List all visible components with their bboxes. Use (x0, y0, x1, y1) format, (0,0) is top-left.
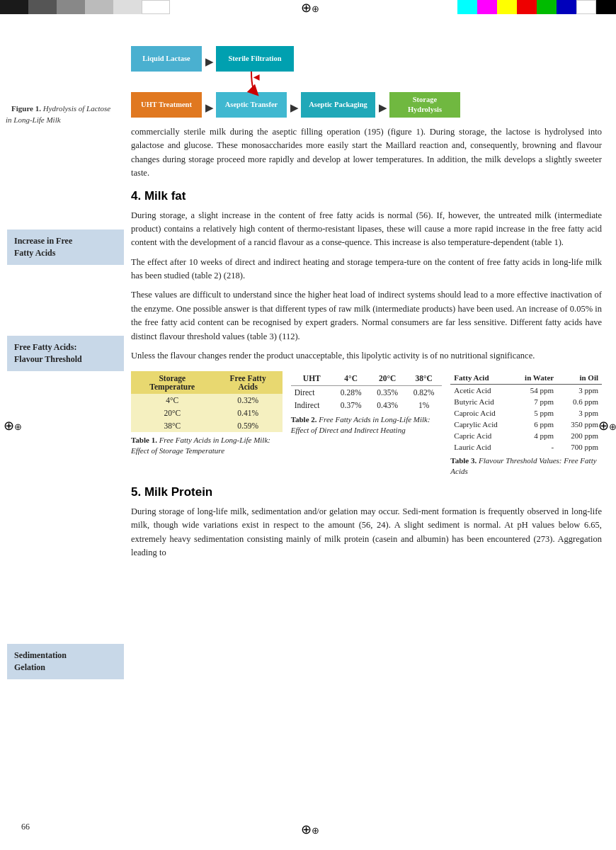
table1-block: StorageTemperature Free FattyAcids 4°C 0… (131, 371, 283, 456)
t3-capric-name: Capric Acid (450, 430, 513, 441)
table-row: Capric Acid 4 ppm 200 ppm (450, 430, 602, 441)
section4-para3: These values are difficult to understand… (131, 288, 602, 344)
free-fatty-acids-highlight: Increase in FreeFatty Acids (7, 230, 124, 265)
table1-row2-temp: 20°C (131, 407, 214, 419)
section4-para4: Unless the flavour changes render the pr… (131, 349, 602, 363)
section5-paragraph: During storage of long-life milk, sedime… (131, 505, 602, 560)
table2-block: UHT 4°C 20°C 38°C Direct 0.28% 0.35% 0.8… (291, 371, 443, 436)
sidebar-sedimentation-section: SedimentationGelation (0, 641, 124, 682)
table-row: 20°C 0.41% (131, 407, 283, 419)
t3-acetic-name: Acetic Acid (450, 385, 513, 397)
table-row: Indirect 0.37% 0.43% 1% (291, 399, 443, 412)
box-uht-treatment: UHT Treatment (131, 92, 202, 118)
table2-row2-4c: 0.37% (333, 399, 369, 412)
flavour-threshold-label: Free Fatty Acids:Flavour Threshold (14, 342, 82, 364)
box-storage-hydrolysis: Storage Hydrolysis (389, 92, 460, 118)
table1-caption: Table 1. Free Fatty Acids in Long-Life M… (131, 435, 283, 456)
table2-row2-38c: 1% (406, 399, 442, 412)
intro-paragraph: commercially sterile milk during the ase… (131, 125, 602, 181)
t3-caprylic-oil: 350 ppm (559, 419, 602, 430)
table2-header-4c: 4°C (333, 371, 369, 386)
table2-header-38c: 38°C (406, 371, 442, 386)
table3-block: Fatty Acid in Water in Oil Acetic Acid 5… (450, 371, 602, 477)
t3-lauric-oil: 700 ppm (559, 441, 602, 453)
crosshair-bottom: ⊕ (301, 822, 315, 836)
table-row: Lauric Acid - 700 ppm (450, 441, 602, 453)
table1-header-temp: StorageTemperature (131, 371, 214, 394)
table2-row1-4c: 0.28% (333, 386, 369, 400)
figure1-caption-bold: Figure 1. (11, 104, 41, 113)
sidebar-free-fatty-section: Increase in FreeFatty Acids (0, 227, 124, 268)
sedimentation-highlight: SedimentationGelation (7, 644, 124, 679)
free-fatty-acids-label: Increase in FreeFatty Acids (14, 236, 72, 258)
sidebar-flavour-section: Free Fatty Acids:Flavour Threshold (0, 333, 124, 374)
table3: Fatty Acid in Water in Oil Acetic Acid 5… (450, 371, 602, 453)
t3-caprylic-name: Caprylic Acid (450, 419, 513, 430)
table-row: Butyric Acid 7 ppm 0.6 ppm (450, 396, 602, 407)
table2-caption-bold: Table 2. (291, 415, 317, 424)
t3-butyric-oil: 0.6 ppm (559, 396, 602, 407)
main-content: Liquid Lactase ▶ Sterile Filtration ▼ UH… (124, 18, 616, 836)
section4-para1: During storage, a slight increase in the… (131, 209, 602, 250)
page-number: 66 (21, 822, 30, 832)
arrow-right-2: ▶ (290, 101, 299, 114)
table1-row1-temp: 4°C (131, 394, 214, 407)
t3-lauric-water: - (513, 441, 559, 453)
table3-caption-bold: Table 3. (450, 456, 477, 465)
t3-butyric-name: Butyric Acid (450, 396, 513, 407)
flavour-threshold-highlight: Free Fatty Acids:Flavour Threshold (7, 336, 124, 371)
table-row: Acetic Acid 54 ppm 3 ppm (450, 385, 602, 397)
figure1-margin-note: Figure 1. Hydrolysis of Lactose in Long-… (0, 103, 124, 126)
table2-row1-20c: 0.35% (369, 386, 405, 400)
crosshair-top: ⊕ (301, 0, 315, 14)
table2-row2-20c: 0.43% (369, 399, 405, 412)
t3-capric-oil: 200 ppm (559, 430, 602, 441)
table-row: 38°C 0.59% (131, 419, 283, 432)
section5-title: 5. Milk Protein (131, 485, 602, 499)
table1-row3-val: 0.59% (214, 419, 283, 432)
table2-header-20c: 20°C (369, 371, 405, 386)
table3-caption: Table 3. Flavour Threshold Values: Free … (450, 455, 602, 477)
t3-acetic-oil: 3 ppm (559, 385, 602, 397)
table1-header-ffa: Free FattyAcids (214, 371, 283, 394)
table2-header-uht: UHT (291, 371, 333, 386)
table1-row1-val: 0.32% (214, 394, 283, 407)
box-liquid-lactase: Liquid Lactase (131, 46, 202, 72)
t3-caproic-oil: 3 ppm (559, 407, 602, 419)
section4-title: 4. Milk fat (131, 189, 602, 203)
table2-row1-method: Direct (291, 386, 333, 400)
table-row: 4°C 0.32% (131, 394, 283, 407)
table3-header-acid: Fatty Acid (450, 371, 513, 385)
arrow-right-3: ▶ (379, 101, 387, 114)
table2-caption: Table 2. Free Fatty Acids in Long-Life M… (291, 414, 443, 436)
table3-header-oil: in Oil (559, 371, 602, 385)
tables-row: StorageTemperature Free FattyAcids 4°C 0… (131, 371, 602, 477)
crosshair-left: ⊕ (4, 418, 18, 432)
t3-caproic-water: 5 ppm (513, 407, 559, 419)
t3-lauric-name: Lauric Acid (450, 441, 513, 453)
section4-para2: The effect after 10 weeks of direct and … (131, 256, 602, 283)
t3-capric-water: 4 ppm (513, 430, 559, 441)
red-flow-arrow (212, 46, 304, 99)
table1-row2-val: 0.41% (214, 407, 283, 419)
table3-header-water: in Water (513, 371, 559, 385)
table1-caption-bold: Table 1. (131, 436, 157, 444)
table2-row1-38c: 0.82% (406, 386, 442, 400)
table2-row2-method: Indirect (291, 399, 333, 412)
table-row: Caprylic Acid 6 ppm 350 ppm (450, 419, 602, 430)
arrow-right-1: ▶ (205, 101, 214, 114)
t3-butyric-water: 7 ppm (513, 396, 559, 407)
crosshair-right: ⊕ (598, 418, 612, 432)
table-row: Direct 0.28% 0.35% 0.82% (291, 386, 443, 400)
box-aseptic-packaging: Aseptic Packaging (301, 92, 375, 118)
t3-acetic-water: 54 ppm (513, 385, 559, 397)
table-row: Caproic Acid 5 ppm 3 ppm (450, 407, 602, 419)
table2: UHT 4°C 20°C 38°C Direct 0.28% 0.35% 0.8… (291, 371, 443, 412)
sedimentation-label: SedimentationGelation (14, 650, 67, 672)
table1: StorageTemperature Free FattyAcids 4°C 0… (131, 371, 283, 432)
table1-row3-temp: 38°C (131, 419, 214, 432)
t3-caprylic-water: 6 ppm (513, 419, 559, 430)
flow-diagram: Liquid Lactase ▶ Sterile Filtration ▼ UH… (131, 25, 602, 117)
t3-caproic-name: Caproic Acid (450, 407, 513, 419)
